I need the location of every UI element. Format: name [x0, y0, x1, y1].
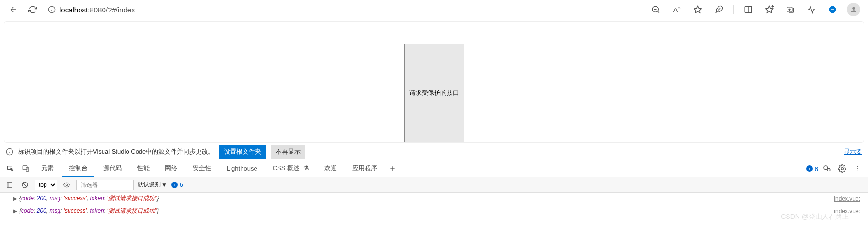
issues-indicator[interactable]: i6 [806, 165, 818, 172]
svg-point-30 [857, 171, 858, 171]
live-expression-icon[interactable] [61, 179, 72, 191]
tab-sources[interactable]: 源代码 [96, 160, 128, 177]
context-selector[interactable]: top [35, 180, 57, 190]
split-screen-icon[interactable] [740, 1, 757, 18]
collections-icon[interactable] [782, 1, 799, 18]
favorites-bar-icon[interactable] [761, 1, 778, 18]
divider [733, 5, 734, 14]
url-text: localhost:8080/?#/index [59, 6, 135, 14]
tab-css-overview[interactable]: CSS 概述 ⚗ [266, 160, 316, 177]
back-button[interactable] [6, 2, 21, 17]
address-bar[interactable]: localhost:8080/?#/index [44, 2, 643, 17]
zoom-out-icon[interactable] [647, 1, 664, 18]
svg-point-26 [827, 168, 830, 171]
chevron-down-icon: ▼ [162, 182, 167, 188]
devtools-tabbar: 元素 控制台 源代码 性能 网络 安全性 Lighthouse CSS 概述 ⚗… [0, 160, 868, 177]
clear-console-icon[interactable] [19, 179, 31, 191]
console-message[interactable]: ▶ {code: 200, msg: 'success', token: '测试… [0, 193, 868, 205]
tab-security[interactable]: 安全性 [186, 160, 218, 177]
dismiss-button[interactable]: 不再显示 [271, 145, 305, 159]
tab-network[interactable]: 网络 [158, 160, 184, 177]
refresh-button[interactable] [25, 2, 40, 17]
svg-marker-6 [694, 6, 702, 13]
add-tab-icon[interactable] [386, 162, 399, 175]
filter-input[interactable] [76, 180, 134, 190]
console-issues-link[interactable]: i6 [171, 182, 183, 188]
console-object: {code: 200, msg: 'success', token: '测试请求… [19, 194, 159, 203]
svg-rect-31 [7, 182, 12, 187]
console-output: ▶ {code: 200, msg: 'success', token: '测试… [0, 193, 868, 217]
source-link[interactable]: index.vue: [834, 208, 864, 215]
tab-elements[interactable]: 元素 [35, 160, 60, 177]
browser-toolbar: localhost:8080/?#/index A» [0, 0, 868, 19]
avatar-icon [847, 3, 860, 16]
svg-point-27 [841, 168, 844, 170]
console-toolbar: top 默认级别 ▼ i6 [0, 177, 868, 193]
svg-point-28 [857, 166, 858, 167]
feedback-icon[interactable] [820, 162, 833, 175]
tab-welcome[interactable]: 欢迎 [318, 160, 344, 177]
read-aloud-icon[interactable]: A» [668, 1, 685, 18]
settings-icon[interactable] [835, 162, 849, 175]
svg-line-34 [23, 183, 27, 186]
expand-arrow-icon[interactable]: ▶ [13, 196, 17, 201]
ie-mode-icon[interactable] [824, 1, 841, 18]
tab-performance[interactable]: 性能 [130, 160, 156, 177]
svg-point-16 [852, 7, 855, 10]
source-link[interactable]: index.vue: [834, 195, 864, 202]
svg-point-25 [824, 166, 828, 170]
browser-actions: A» [647, 1, 862, 18]
profile-button[interactable] [845, 1, 862, 18]
tab-lighthouse[interactable]: Lighthouse [220, 161, 264, 177]
svg-marker-10 [766, 6, 773, 13]
more-icon[interactable] [851, 162, 864, 175]
infobar-message: 标识项目的根文件夹以打开Visual Studio Code中的源文件并同步更改… [18, 148, 214, 156]
site-info-icon[interactable] [48, 6, 56, 13]
console-object: {code: 200, msg: 'success', token: '测试请求… [19, 207, 159, 215]
page-viewport: 请求受保护的接口 [4, 21, 864, 143]
issue-dot-icon: i [806, 165, 813, 172]
sidebar-toggle-icon[interactable] [4, 179, 15, 191]
expand-arrow-icon[interactable]: ▶ [13, 208, 17, 214]
favorite-icon[interactable] [689, 1, 706, 18]
beaker-icon: ⚗ [303, 164, 309, 171]
issue-dot-icon: i [171, 182, 178, 188]
inspect-element-icon[interactable] [4, 162, 17, 175]
tab-console[interactable]: 控制台 [62, 160, 94, 177]
protected-api-button[interactable]: 请求受保护的接口 [404, 44, 464, 142]
show-link[interactable]: 显示要 [844, 148, 862, 156]
info-icon [6, 148, 13, 156]
log-level-selector[interactable]: 默认级别 ▼ [138, 181, 167, 189]
extensions-icon[interactable] [710, 1, 728, 18]
console-message[interactable]: ▶ {code: 200, msg: 'success', token: '测试… [0, 205, 868, 217]
set-root-folder-button[interactable]: 设置根文件夹 [219, 145, 266, 159]
svg-line-4 [657, 11, 659, 12]
performance-icon[interactable] [803, 1, 820, 18]
svg-point-35 [66, 184, 68, 186]
device-toggle-icon[interactable] [19, 162, 33, 175]
tab-application[interactable]: 应用程序 [346, 160, 384, 177]
svg-point-29 [857, 168, 858, 169]
devtools-infobar: 标识项目的根文件夹以打开Visual Studio Code中的源文件并同步更改… [0, 143, 868, 160]
